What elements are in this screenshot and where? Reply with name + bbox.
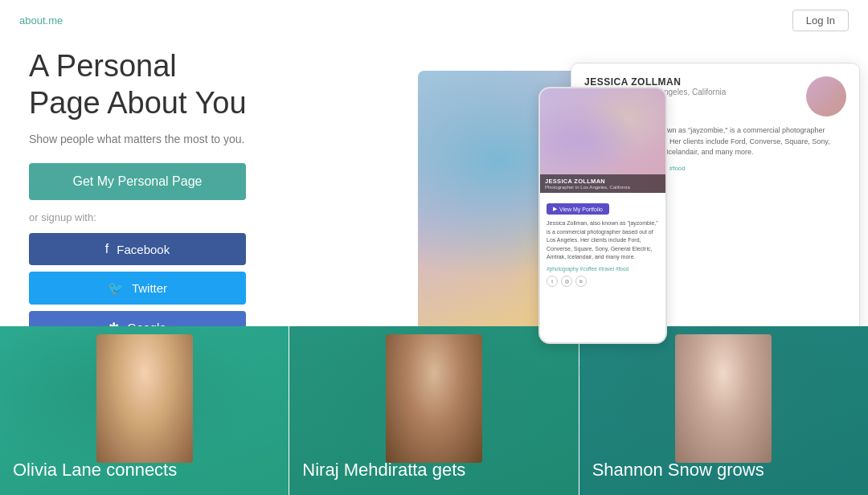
bottom-section: Olivia Lane connects Niraj Mehdiratta ge… bbox=[0, 326, 868, 495]
card-1-name: Olivia Lane connects bbox=[13, 459, 177, 482]
bottom-card-olivia: Olivia Lane connects bbox=[0, 326, 289, 495]
facebook-icon: f bbox=[105, 242, 108, 256]
mobile-tags: #photography #coffee #travel #food bbox=[547, 266, 659, 272]
mobile-portfolio-label: View My Portfolio bbox=[559, 207, 603, 212]
mobile-name-bar: JESSICA ZOLLMAN Photographer in Los Ange… bbox=[540, 174, 665, 193]
login-button[interactable]: Log In bbox=[792, 10, 849, 31]
mobile-body: ▶ View My Portfolio Jessica Zollman, als… bbox=[540, 193, 665, 293]
person-image-shannon bbox=[675, 334, 772, 463]
mobile-mockup: JESSICA ZOLLMAN Photographer in Los Ange… bbox=[538, 87, 667, 344]
card-2-text: Niraj Mehdiratta gets bbox=[302, 459, 465, 482]
card-3-name: Shannon Snow grows bbox=[592, 459, 764, 482]
person-image-olivia bbox=[96, 334, 193, 463]
twitter-signup-button[interactable]: 🐦 Twitter bbox=[29, 272, 246, 305]
or-signup-text: or signup with: bbox=[29, 211, 270, 223]
mobile-profile-name: JESSICA ZOLLMAN bbox=[545, 178, 661, 185]
hero-section: A PersonalPage About You Show people wha… bbox=[29, 48, 270, 350]
bottom-card-shannon: Shannon Snow grows bbox=[579, 326, 868, 495]
card-1-text: Olivia Lane connects bbox=[13, 459, 177, 482]
mobile-twitter-icon: t bbox=[547, 276, 558, 287]
mobile-instagram-icon: ◎ bbox=[561, 276, 572, 287]
card-3-text: Shannon Snow grows bbox=[592, 459, 764, 482]
mobile-tumblr-icon: b bbox=[575, 276, 587, 287]
navigation: about.me Log In bbox=[0, 0, 868, 40]
desktop-avatar bbox=[806, 76, 846, 117]
logo: about.me bbox=[19, 14, 63, 27]
mobile-portfolio-icon: ▶ bbox=[553, 206, 557, 212]
facebook-label: Facebook bbox=[117, 243, 170, 256]
mobile-portfolio-button: ▶ View My Portfolio bbox=[547, 203, 609, 215]
mobile-photo: JESSICA ZOLLMAN Photographer in Los Ange… bbox=[540, 88, 665, 193]
mobile-social-icons: t ◎ b bbox=[547, 276, 659, 287]
person-image-niraj bbox=[386, 334, 482, 463]
card-2-name: Niraj Mehdiratta gets bbox=[302, 459, 465, 482]
get-personal-page-button[interactable]: Get My Personal Page bbox=[29, 163, 246, 200]
bottom-card-niraj: Niraj Mehdiratta gets bbox=[289, 326, 578, 495]
mobile-bio: Jessica Zollman, also known as "jayzombi… bbox=[547, 219, 659, 262]
facebook-signup-button[interactable]: f Facebook bbox=[29, 233, 246, 265]
hero-subtitle: Show people what matters the most to you… bbox=[29, 133, 270, 145]
twitter-label: Twitter bbox=[132, 281, 167, 295]
hero-title: A PersonalPage About You bbox=[29, 48, 270, 121]
mobile-profile-job: Photographer in Los Angeles, California bbox=[545, 185, 661, 190]
desktop-profile-name: JESSICA ZOLLMAN bbox=[584, 76, 846, 88]
twitter-icon: 🐦 bbox=[108, 280, 124, 296]
